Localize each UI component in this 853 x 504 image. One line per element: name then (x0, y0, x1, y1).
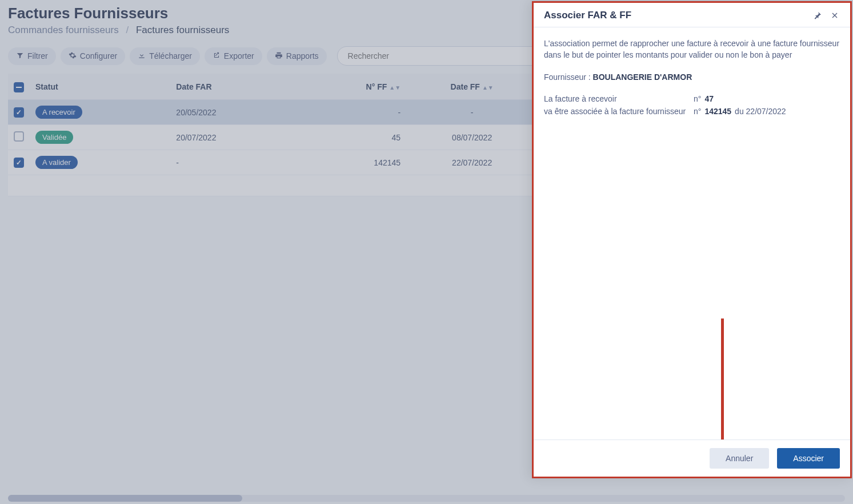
panel-title: Associer FAR & FF (544, 10, 806, 21)
associate-panel: Associer FAR & FF L'association permet d… (532, 1, 852, 478)
panel-description: L'association permet de rapprocher une f… (544, 38, 840, 61)
col-n-ff[interactable]: N° FF▲▼ (295, 74, 406, 100)
row-checkbox[interactable] (14, 158, 24, 168)
configure-label: Configurer (80, 51, 117, 61)
export-icon (213, 51, 221, 61)
cell-date-far: - (170, 150, 295, 175)
col-date-ff[interactable]: Date FF▲▼ (406, 74, 538, 100)
cell-n-ff: - (295, 100, 406, 125)
export-button[interactable]: Exporter (205, 47, 262, 65)
breadcrumb-separator: / (126, 25, 129, 35)
horizontal-scrollbar[interactable] (8, 495, 845, 502)
pin-icon[interactable] (812, 10, 823, 21)
row-checkbox[interactable] (14, 107, 24, 118)
panel-supplier: Fournisseur : BOULANGERIE D'ARMOR (544, 71, 840, 83)
filter-label: Filtrer (27, 51, 48, 61)
row-checkbox[interactable] (14, 131, 24, 142)
filter-button[interactable]: Filtrer (8, 47, 56, 65)
col-date-far[interactable]: Date FAR (170, 74, 295, 100)
download-icon (138, 51, 146, 61)
close-icon[interactable] (830, 10, 840, 21)
breadcrumb-parent[interactable]: Commandes fournisseurs (8, 25, 119, 35)
configure-button[interactable]: Configurer (61, 47, 125, 65)
col-statut[interactable]: Statut (30, 74, 170, 100)
reports-label: Rapports (286, 51, 319, 61)
gear-icon (69, 51, 77, 61)
cell-date-far: 20/05/2022 (170, 100, 295, 125)
download-label: Télécharger (149, 51, 192, 61)
cell-date-ff: 22/07/2022 (406, 150, 538, 175)
annotation-arrow (714, 318, 730, 440)
associate-button[interactable]: Associer (777, 448, 840, 469)
panel-association-details: La facture à recevoir n° 47 va être asso… (544, 93, 840, 118)
status-badge: A recevoir (35, 106, 82, 119)
cell-n-ff: 142145 (295, 150, 406, 175)
filter-icon (16, 51, 24, 61)
status-badge: A valider (35, 156, 78, 169)
select-all-checkbox[interactable] (14, 82, 24, 92)
printer-icon (275, 51, 283, 61)
reports-button[interactable]: Rapports (267, 47, 327, 65)
status-badge: Validée (35, 131, 73, 144)
cell-n-ff: 45 (295, 125, 406, 150)
cell-date-ff: - (406, 100, 538, 125)
cell-date-far: 20/07/2022 (170, 125, 295, 150)
download-button[interactable]: Télécharger (130, 47, 200, 65)
export-label: Exporter (224, 51, 254, 61)
cell-date-ff: 08/07/2022 (406, 125, 538, 150)
breadcrumb-current: Factures fournisseurs (136, 25, 229, 35)
cancel-button[interactable]: Annuler (710, 448, 769, 469)
